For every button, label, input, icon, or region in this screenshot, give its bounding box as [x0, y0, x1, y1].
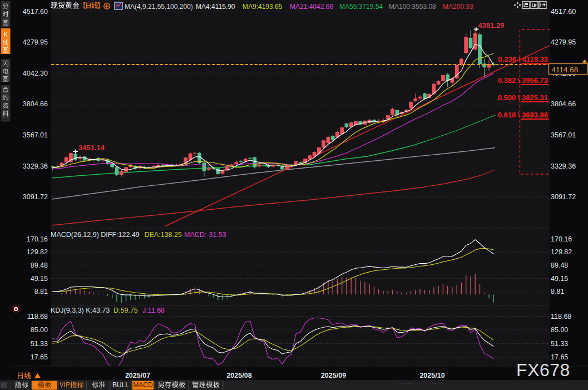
- svg-text:4517.60: 4517.60: [551, 8, 576, 16]
- svg-text:0.236 \ 4119.33: 0.236 \ 4119.33: [498, 55, 548, 63]
- svg-text:MACD:-31.53: MACD:-31.53: [184, 231, 226, 239]
- svg-text:3567.01: 3567.01: [551, 131, 576, 139]
- svg-text:170.16: 170.16: [551, 235, 572, 243]
- svg-text:J:11.68: J:11.68: [142, 307, 165, 314]
- svg-text:2025/10: 2025/10: [419, 372, 444, 379]
- svg-text:129.82: 129.82: [551, 248, 572, 256]
- svg-text:17.65: 17.65: [31, 353, 48, 361]
- svg-text:MA4:4115.90: MA4:4115.90: [196, 3, 235, 11]
- svg-text:4517.60: 4517.60: [23, 8, 48, 16]
- svg-text:MA(4,9,21,55,100,200): MA(4,9,21,55,100,200): [125, 3, 193, 11]
- svg-text:3091.72: 3091.72: [23, 193, 48, 201]
- svg-text:3329.36: 3329.36: [551, 162, 576, 170]
- svg-text:3329.36: 3329.36: [23, 162, 48, 170]
- svg-text:MA9:4193.65: MA9:4193.65: [243, 3, 283, 11]
- svg-text:-- --: -- --: [432, 379, 444, 386]
- svg-text:3804.66: 3804.66: [551, 100, 576, 108]
- svg-text:MA21:4042.66: MA21:4042.66: [290, 3, 333, 11]
- svg-text:49.15: 49.15: [31, 275, 48, 283]
- svg-text:FX678: FX678: [516, 360, 570, 380]
- svg-text:DEA:138.25: DEA:138.25: [145, 231, 182, 239]
- svg-text:4279.95: 4279.95: [23, 38, 48, 46]
- svg-text:4114.68: 4114.68: [552, 66, 579, 74]
- svg-text:MA55:3719.54: MA55:3719.54: [339, 3, 383, 11]
- svg-text:51.33: 51.33: [31, 340, 48, 348]
- svg-text:129.82: 129.82: [27, 248, 48, 256]
- svg-text:MACD(26,12,9) DIFF:122.49: MACD(26,12,9) DIFF:122.49: [51, 231, 140, 239]
- svg-text:BULL: BULL: [112, 381, 129, 389]
- svg-text:51.33: 51.33: [551, 340, 568, 348]
- svg-text:MA200:33: MA200:33: [443, 3, 473, 11]
- svg-text:MACD: MACD: [133, 381, 153, 389]
- svg-text:89.48: 89.48: [551, 261, 568, 269]
- svg-text:3804.66: 3804.66: [23, 100, 48, 108]
- svg-text:89.48: 89.48: [31, 261, 48, 269]
- svg-text:KDJ(9,3,3) K:43.73: KDJ(9,3,3) K:43.73: [51, 307, 110, 314]
- svg-text:8.81: 8.81: [551, 288, 564, 295]
- svg-text:2025/09: 2025/09: [321, 372, 346, 379]
- svg-text:49.15: 49.15: [551, 275, 568, 283]
- svg-text:3091.72: 3091.72: [551, 193, 576, 201]
- svg-text:170.16: 170.16: [27, 235, 48, 243]
- svg-text:0.618 \ 3693.88: 0.618 \ 3693.88: [498, 111, 548, 119]
- svg-text:0.382 \ 3956.73: 0.382 \ 3956.73: [498, 76, 548, 85]
- svg-text:4279.95: 4279.95: [551, 38, 576, 46]
- svg-text:2025/07: 2025/07: [125, 372, 150, 379]
- svg-text:MA100:3553.08: MA100:3553.08: [389, 3, 436, 11]
- svg-text:8.81: 8.81: [34, 288, 48, 295]
- svg-text:0.500 \ 3825.31: 0.500 \ 3825.31: [498, 93, 548, 102]
- svg-text:-- --: -- --: [399, 379, 412, 386]
- svg-text:3567.01: 3567.01: [23, 131, 48, 139]
- svg-text:4042.30: 4042.30: [23, 70, 48, 77]
- svg-text:4381.29: 4381.29: [478, 21, 505, 29]
- svg-text:85.00: 85.00: [31, 326, 48, 334]
- svg-text:118.68: 118.68: [551, 313, 571, 320]
- svg-text:2025/08: 2025/08: [226, 372, 251, 379]
- svg-text:85.00: 85.00: [551, 326, 568, 334]
- svg-text:D:59.75: D:59.75: [113, 307, 138, 314]
- svg-text:3451.14: 3451.14: [78, 144, 105, 152]
- svg-text:118.68: 118.68: [27, 313, 48, 320]
